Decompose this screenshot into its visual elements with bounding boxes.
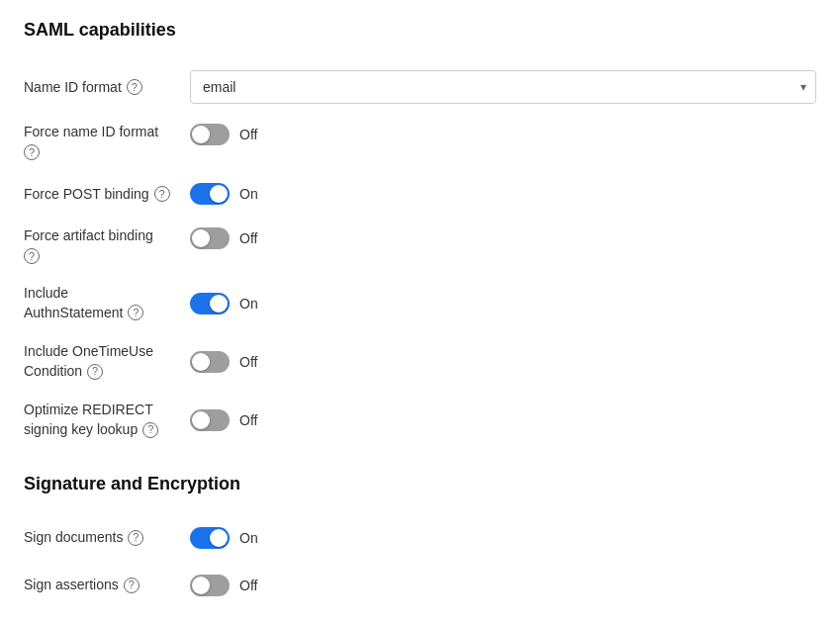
optimize-redirect-label: Optimize REDIRECT signing key lookup ? [24, 401, 190, 439]
include-one-time-use-label: Include OneTimeUse Condition ? [24, 342, 190, 381]
include-authn-statement-help-icon[interactable]: ? [128, 305, 143, 320]
force-name-id-format-label: Force name ID format [24, 124, 190, 139]
sign-documents-toggle-container: On [190, 527, 258, 549]
optimize-redirect-toggle-label: Off [239, 412, 257, 428]
force-name-id-format-toggle-label: Off [239, 127, 257, 142]
include-authn-statement-label: Include AuthnStatement ? [24, 284, 190, 322]
force-artifact-binding-help-icon[interactable]: ? [24, 248, 40, 264]
force-post-binding-toggle-container: On [190, 183, 258, 205]
optimize-redirect-row: Optimize REDIRECT signing key lookup ? O… [24, 391, 816, 449]
sign-assertions-toggle-container: Off [190, 575, 257, 596]
sign-documents-label: Sign documents ? [24, 528, 190, 546]
force-name-id-format-toggle-knob [192, 126, 210, 143]
include-one-time-use-toggle-knob [192, 353, 210, 371]
name-id-format-label: Name ID format ? [24, 78, 190, 96]
sign-assertions-label: Sign assertions ? [24, 576, 190, 593]
force-name-id-format-row: Force name ID format ? Off [24, 114, 816, 170]
include-authn-statement-row: Include AuthnStatement ? On [24, 274, 816, 332]
include-authn-statement-toggle[interactable] [190, 293, 230, 314]
sign-documents-toggle-knob [210, 529, 228, 547]
include-one-time-use-help-icon[interactable]: ? [87, 364, 103, 380]
include-authn-statement-toggle-knob [210, 295, 228, 313]
force-artifact-binding-toggle-knob [192, 229, 210, 247]
force-post-binding-toggle-label: On [239, 186, 258, 202]
optimize-redirect-help-icon[interactable]: ? [142, 422, 158, 438]
optimize-redirect-toggle-container: Off [190, 409, 257, 431]
name-id-format-select[interactable]: email username persistent transient unsp… [190, 70, 816, 104]
saml-section-title: SAML capabilities [24, 20, 816, 41]
sign-assertions-row: Sign assertions ? Off [24, 562, 816, 609]
force-name-id-format-toggle[interactable] [190, 124, 230, 145]
force-post-binding-toggle[interactable] [190, 183, 230, 205]
force-artifact-binding-label: Force artifact binding [24, 227, 190, 243]
include-authn-statement-toggle-label: On [239, 296, 258, 312]
signature-section: Signature and Encryption Sign documents … [24, 474, 816, 609]
force-post-binding-label: Force POST binding ? [24, 185, 190, 203]
include-one-time-use-toggle-container: Off [190, 351, 257, 373]
sign-documents-help-icon[interactable]: ? [128, 530, 143, 546]
force-artifact-binding-toggle-label: Off [239, 230, 257, 246]
include-one-time-use-toggle-label: Off [239, 354, 257, 370]
sign-assertions-toggle[interactable] [190, 575, 230, 596]
include-authn-statement-toggle-container: On [190, 293, 258, 314]
sign-assertions-toggle-label: Off [239, 578, 257, 593]
force-post-binding-toggle-knob [210, 185, 228, 203]
force-post-binding-row: Force POST binding ? On [24, 170, 816, 218]
optimize-redirect-toggle-knob [192, 411, 210, 429]
sign-documents-toggle-label: On [239, 530, 258, 546]
force-artifact-binding-toggle[interactable] [190, 227, 230, 249]
sign-assertions-toggle-knob [192, 577, 210, 594]
include-one-time-use-toggle[interactable] [190, 351, 230, 373]
signature-section-title: Signature and Encryption [24, 474, 816, 494]
force-artifact-binding-label-container: Force artifact binding ? [24, 227, 190, 264]
saml-section: SAML capabilities Name ID format ? email… [24, 20, 816, 450]
force-name-id-format-toggle-container: Off [190, 124, 257, 145]
force-name-id-format-help-icon[interactable]: ? [24, 144, 40, 160]
force-artifact-binding-row: Force artifact binding ? Off [24, 218, 816, 274]
name-id-format-help-icon[interactable]: ? [127, 79, 142, 95]
optimize-redirect-toggle[interactable] [190, 409, 230, 431]
sign-documents-toggle[interactable] [190, 527, 230, 549]
sign-assertions-help-icon[interactable]: ? [124, 578, 140, 593]
include-one-time-use-row: Include OneTimeUse Condition ? Off [24, 332, 816, 391]
name-id-format-row: Name ID format ? email username persiste… [24, 60, 816, 114]
sign-documents-row: Sign documents ? On [24, 514, 816, 562]
force-name-id-format-label-container: Force name ID format ? [24, 124, 190, 160]
name-id-format-select-wrapper: email username persistent transient unsp… [190, 70, 816, 104]
force-post-binding-help-icon[interactable]: ? [154, 186, 170, 202]
force-artifact-binding-toggle-container: Off [190, 227, 257, 249]
